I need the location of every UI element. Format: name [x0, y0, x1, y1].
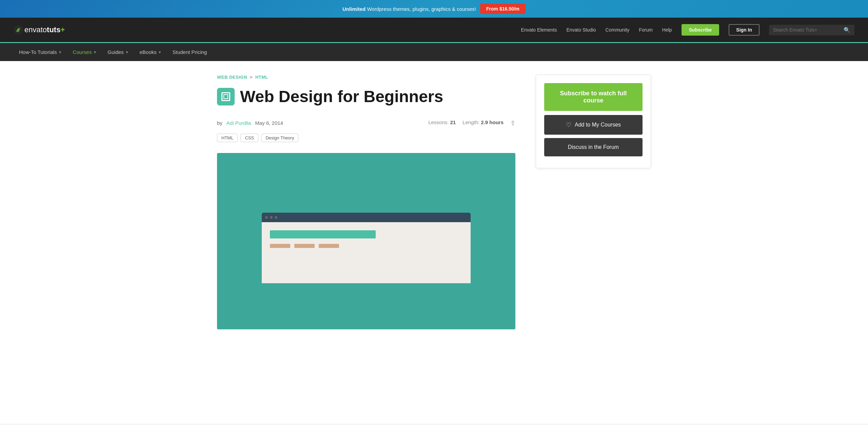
nav-community[interactable]: Community — [606, 27, 630, 33]
nav-guides[interactable]: Guides ▼ — [102, 43, 134, 61]
main-navigation: envatotuts+ Envato Elements Envato Studi… — [0, 18, 868, 42]
course-title-row: Web Design for Beginners — [217, 88, 515, 106]
course-icon-inner — [221, 92, 230, 101]
browser-dot-3 — [275, 216, 277, 219]
search-box: 🔍 — [769, 25, 854, 35]
banner-cta-button[interactable]: From $16.50/m — [480, 4, 526, 14]
length-stat: Length: 2.9 hours — [462, 119, 504, 127]
breadcrumb-separator: > — [250, 75, 253, 80]
course-date: May 6, 2014 — [255, 120, 283, 126]
logo-leaf-icon — [14, 25, 23, 35]
add-to-courses-button[interactable]: ♡ Add to My Courses — [544, 115, 643, 135]
chevron-down-icon: ▼ — [93, 50, 97, 54]
browser-dot-2 — [270, 216, 273, 219]
heart-icon: ♡ — [566, 121, 571, 129]
tags-list: HTML CSS Design Theory — [217, 134, 515, 142]
browser-line-2 — [294, 244, 315, 248]
nav-right-group: Envato Elements Envato Studio Community … — [521, 24, 854, 36]
nav-signin-button[interactable]: Sign In — [729, 24, 760, 36]
breadcrumb: WEB DESIGN > HTML — [217, 75, 515, 80]
lessons-stat: Lessons: 21 — [428, 119, 456, 127]
author-link[interactable]: Adi Purdila — [226, 120, 251, 126]
banner-text: Unlimited Wordpress themes, plugins, gra… — [342, 6, 476, 12]
by-label: by — [217, 120, 222, 126]
breadcrumb-html[interactable]: HTML — [255, 75, 268, 80]
course-stats: Lessons: 21 Length: 2.9 hours ⇧ — [428, 119, 515, 127]
nav-subscribe-button[interactable]: Subscribe — [682, 24, 719, 36]
top-banner: Unlimited Wordpress themes, plugins, gra… — [0, 0, 868, 18]
nav-help[interactable]: Help — [662, 27, 672, 33]
nav-courses[interactable]: Courses ▼ — [67, 43, 102, 61]
tag-css[interactable]: CSS — [240, 134, 258, 142]
share-icon[interactable]: ⇧ — [510, 119, 515, 127]
nav-envato-studio[interactable]: Envato Studio — [566, 27, 596, 33]
browser-line-1 — [270, 244, 290, 248]
nav-tutorials[interactable]: How-To Tutorials ▼ — [14, 43, 67, 61]
main-content: WEB DESIGN > HTML Web Design for Beginne… — [217, 75, 515, 329]
browser-lines — [270, 244, 462, 248]
tag-html[interactable]: HTML — [217, 134, 238, 142]
browser-mockup — [262, 213, 471, 283]
nav-envato-elements[interactable]: Envato Elements — [521, 27, 557, 33]
course-title: Web Design for Beginners — [240, 88, 443, 106]
length-value: 2.9 hours — [481, 119, 504, 125]
nav-student-pricing[interactable]: Student Pricing — [167, 43, 213, 61]
search-input[interactable] — [773, 27, 841, 33]
course-meta-left: by Adi Purdila May 6, 2014 — [217, 120, 283, 126]
course-meta: by Adi Purdila May 6, 2014 Lessons: 21 L… — [217, 119, 515, 127]
browser-dot-1 — [265, 216, 268, 219]
course-preview-image — [217, 153, 515, 329]
content-area: WEB DESIGN > HTML Web Design for Beginne… — [197, 61, 671, 343]
page-wrapper: WEB DESIGN > HTML Web Design for Beginne… — [0, 61, 868, 424]
logo[interactable]: envatotuts+ — [14, 25, 65, 35]
course-icon — [217, 88, 235, 105]
logo-envato-text: envato — [24, 25, 47, 34]
breadcrumb-web-design[interactable]: WEB DESIGN — [217, 75, 247, 80]
search-icon[interactable]: 🔍 — [844, 27, 850, 33]
chevron-down-icon: ▼ — [125, 50, 129, 54]
discuss-forum-button[interactable]: Discuss in the Forum — [544, 138, 643, 156]
lessons-count: 21 — [450, 119, 456, 125]
secondary-navigation: How-To Tutorials ▼ Courses ▼ Guides ▼ eB… — [0, 42, 868, 61]
nav-forum[interactable]: Forum — [639, 27, 652, 33]
sidebar: Subscribe to watch full course ♡ Add to … — [536, 75, 651, 329]
tag-design-theory[interactable]: Design Theory — [261, 134, 298, 142]
browser-line-3 — [319, 244, 339, 248]
chevron-down-icon: ▼ — [58, 50, 62, 54]
subscribe-full-course-button[interactable]: Subscribe to watch full course — [544, 83, 643, 111]
logo-plus-text: + — [60, 25, 65, 34]
browser-header-bar — [270, 230, 376, 238]
banner-unlimited: Unlimited — [342, 6, 366, 12]
nav-ebooks[interactable]: eBooks ▼ — [134, 43, 167, 61]
browser-bar — [262, 213, 471, 222]
banner-suffix: Wordpress themes, plugins, graphics & co… — [367, 6, 476, 12]
browser-content — [262, 222, 471, 283]
logo-tuts-text: tuts — [47, 25, 60, 34]
chevron-down-icon: ▼ — [158, 50, 162, 54]
sidebar-card: Subscribe to watch full course ♡ Add to … — [536, 75, 651, 168]
